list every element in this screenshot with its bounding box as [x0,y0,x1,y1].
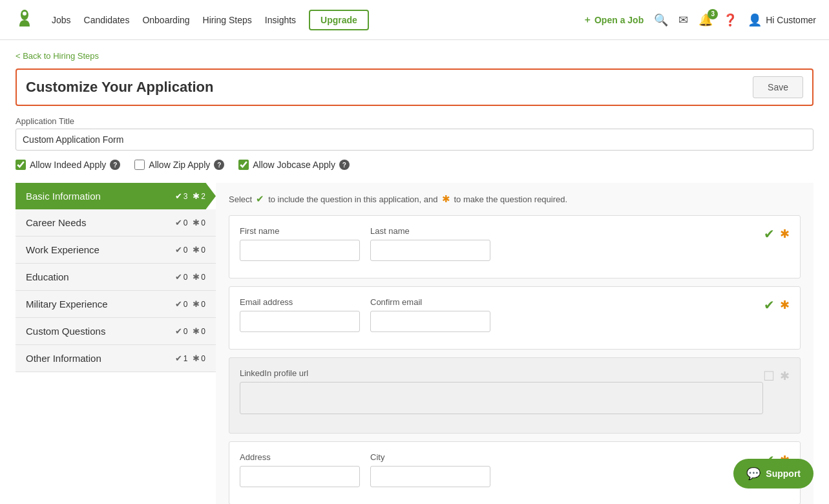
logo[interactable] [13,8,36,32]
indeed-apply-label: Allow Indeed Apply [30,160,106,170]
indeed-apply-option: Allow Indeed Apply ? [16,160,120,170]
zip-apply-checkbox[interactable] [134,160,145,170]
question-fields-address: Address City [240,452,490,487]
jobcase-help-icon[interactable]: ? [339,160,350,170]
support-button[interactable]: 💬 Support [733,459,813,488]
check-count: ✔ 3 [175,191,188,201]
nav-candidates[interactable]: Candidates [84,15,130,25]
nav-jobs[interactable]: Jobs [52,15,71,25]
email-star-toggle[interactable]: ✱ [780,298,790,312]
nav-insights[interactable]: Insights [265,15,296,25]
save-button[interactable]: Save [753,76,803,98]
sidebar-item-career-needs[interactable]: Career Needs ✔ 0 ✱ 0 [16,209,216,236]
apply-options-row: Allow Indeed Apply ? Allow Zip Apply ? A… [16,160,813,170]
star-icon: ✱ [193,191,200,201]
sidebar-item-education[interactable]: Education ✔ 0 ✱ 0 [16,264,216,291]
question-header-address: Address City ✔ ✱ [240,452,790,487]
question-header-email: Email address Confirm email ✔ ✱ [240,297,790,332]
name-check-toggle[interactable]: ✔ [764,226,775,242]
address-field: Address [240,452,360,487]
question-card-email: Email address Confirm email ✔ ✱ [229,286,801,350]
user-greeting: Hi Customer [766,15,816,25]
last-name-label: Last name [370,226,490,236]
sidebar-item-custom-questions[interactable]: Custom Questions ✔ 0 ✱ 0 [16,318,216,345]
main-content: < Back to Hiring Steps Customize Your Ap… [0,40,829,504]
user-info: 👤 Hi Customer [748,13,816,27]
email-check-toggle[interactable]: ✔ [764,297,775,313]
content-layout: Basic Information ✔ 3 ✱ 2 Career Needs [16,183,813,504]
confirm-email-label: Confirm email [370,297,490,307]
linkedin-field: LinkedIn profile url [240,368,763,416]
application-title-input[interactable] [16,129,813,151]
last-name-input[interactable] [370,240,490,261]
email-input[interactable] [240,311,360,332]
sidebar-item-basic-information[interactable]: Basic Information ✔ 3 ✱ 2 [16,183,216,209]
first-name-field: First name [240,226,360,261]
confirm-email-field: Confirm email [370,297,490,332]
indeed-help-icon[interactable]: ? [110,160,120,170]
nav-links: Jobs Candidates Onboarding Hiring Steps … [52,10,369,30]
address-label: Address [240,452,360,462]
indeed-apply-checkbox[interactable] [16,160,26,170]
first-name-label: First name [240,226,360,236]
check-icon: ✔ [175,326,182,336]
question-header-name: First name Last name ✔ ✱ [240,226,790,261]
city-input[interactable] [370,466,490,487]
navbar: Jobs Candidates Onboarding Hiring Steps … [0,0,829,40]
zip-help-icon[interactable]: ? [214,160,224,170]
instruction-text3: to make the question required. [454,194,568,204]
nav-hiring-steps[interactable]: Hiring Steps [203,15,252,25]
question-card-address: Address City ✔ ✱ [229,441,801,504]
last-name-field: Last name [370,226,490,261]
jobcase-apply-checkbox[interactable] [238,160,249,170]
instruction-check-icon: ✔ [256,193,264,205]
nav-onboarding[interactable]: Onboarding [142,15,189,25]
linkedin-star-toggle[interactable]: ✱ [780,369,790,383]
linkedin-check-toggle[interactable]: ☐ [763,368,775,384]
email-label: Email address [240,297,360,307]
star-icon: ✱ [193,272,200,282]
sidebar-item-counts: ✔ 3 ✱ 2 [175,191,205,201]
address-input[interactable] [240,466,360,487]
search-icon[interactable]: 🔍 [654,13,668,27]
confirm-email-input[interactable] [370,311,490,332]
questions-panel: Select ✔ to include the question in this… [216,183,813,504]
page-header: Customize Your Application Save [16,68,813,106]
name-star-toggle[interactable]: ✱ [780,227,790,241]
sidebar-item-label: Education [26,271,69,282]
check-icon: ✔ [175,191,182,201]
sidebar-item-label: Basic Information [26,191,101,202]
first-name-input[interactable] [240,240,360,261]
question-fields-name: First name Last name [240,226,490,261]
zip-apply-label: Allow Zip Apply [149,160,210,170]
instruction-text2: to include the question in this applicat… [268,194,437,204]
upgrade-button[interactable]: Upgrade [309,10,369,30]
help-icon[interactable]: ❓ [723,13,737,27]
star-icon: ✱ [193,353,200,363]
messages-icon[interactable]: ✉ [678,13,688,27]
star-icon: ✱ [193,299,200,309]
instruction-text1: Select [229,194,252,204]
check-icon: ✔ [175,299,182,309]
open-job-button[interactable]: ＋ Open a Job [583,14,644,26]
check-icon: ✔ [175,245,182,255]
svg-point-1 [23,12,26,16]
notification-badge: 3 [708,9,718,19]
user-avatar-icon: 👤 [748,13,762,27]
sidebar-item-other-information[interactable]: Other Information ✔ 1 ✱ 0 [16,345,216,372]
sidebar-item-work-experience[interactable]: Work Experience ✔ 0 ✱ 0 [16,236,216,264]
sidebar-item-military-experience[interactable]: Military Experience ✔ 0 ✱ 0 [16,291,216,318]
linkedin-textarea[interactable] [240,382,763,414]
sidebar-item-counts: ✔ 0 ✱ 0 [175,218,205,227]
star-icon: ✱ [193,326,200,336]
question-card-linkedin: LinkedIn profile url ☐ ✱ [229,357,801,434]
star-icon: ✱ [193,218,200,227]
check-icon: ✔ [175,272,182,282]
email-question-actions: ✔ ✱ [764,297,790,313]
notifications-icon[interactable]: 🔔 3 [698,13,713,27]
back-to-hiring-steps-link[interactable]: < Back to Hiring Steps [16,51,99,61]
check-icon: ✔ [175,218,182,227]
nav-right: ＋ Open a Job 🔍 ✉ 🔔 3 ❓ 👤 Hi Customer [583,13,816,27]
jobcase-apply-label: Allow Jobcase Apply [253,160,335,170]
jobcase-apply-option: Allow Jobcase Apply ? [238,160,350,170]
